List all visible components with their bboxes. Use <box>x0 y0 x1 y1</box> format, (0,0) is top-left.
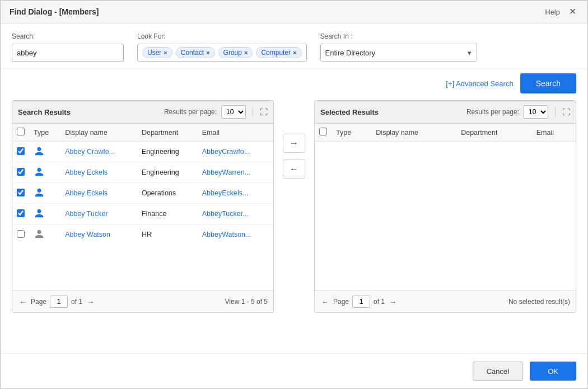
table-row: Abbey EckelsEngineeringAbbeyWarren... <box>12 162 273 183</box>
col-display-name-sel: Display name <box>371 124 456 142</box>
email-link[interactable]: AbbeyWarren... <box>202 168 250 176</box>
selected-results-header-row: Type Display name Department Email <box>315 124 576 142</box>
email-link[interactable]: AbbeyEckels... <box>202 189 249 197</box>
page-of-label: of 1 <box>71 298 82 306</box>
advanced-search-link[interactable]: [+] Advanced Search <box>446 79 513 88</box>
display-name-link[interactable]: Abbey Eckels <box>65 189 108 197</box>
row-checkbox[interactable] <box>17 209 25 217</box>
transfer-back-button[interactable]: ← <box>283 160 305 179</box>
selected-results-header-right: Results per page: 10 20 50 ⛶ <box>466 105 570 119</box>
selected-results-per-page-label: Results per page: <box>466 108 519 116</box>
transfer-buttons: → ← <box>283 100 305 179</box>
search-group: Search: <box>12 32 124 62</box>
sel-page-label: Page <box>333 298 349 306</box>
user-type-icon <box>34 146 45 157</box>
page-input[interactable] <box>50 296 68 308</box>
expand-icon2[interactable]: ⛶ <box>562 107 570 116</box>
prev-page-button[interactable]: ← <box>18 297 27 307</box>
page-label: Page <box>31 298 46 306</box>
table-row: Abbey Crawfo...EngineeringAbbeyCrawfo... <box>12 142 273 162</box>
tag-computer-label: Computer <box>261 49 291 57</box>
expand-icon[interactable]: ⛶ <box>260 107 268 116</box>
sel-page-input[interactable] <box>352 296 370 308</box>
tag-group[interactable]: Group × <box>218 47 253 58</box>
display-name-link[interactable]: Abbey Tucker <box>65 210 108 218</box>
sel-prev-page-button[interactable]: ← <box>320 297 330 307</box>
col-display-name: Display name <box>60 124 137 142</box>
action-bar: [+] Advanced Search Search <box>1 69 587 100</box>
sel-next-page-button[interactable]: → <box>388 297 398 307</box>
selected-results-per-page-select[interactable]: 10 20 50 <box>524 105 548 119</box>
tag-user-label: User <box>147 49 161 57</box>
tag-contact-label: Contact <box>181 49 204 57</box>
search-results-title: Search Results <box>18 108 71 116</box>
main-area: Search Results Results per page: 10 20 5… <box>1 100 587 353</box>
email-link[interactable]: AbbeyTucker... <box>202 210 249 218</box>
title-bar-actions: Help ✕ <box>545 6 578 17</box>
results-per-page-label: Results per page: <box>164 108 217 116</box>
selected-results-pagination: ← Page of 1 → <box>320 296 398 308</box>
dialog-title: Find Dialog - [Members] <box>10 7 99 16</box>
search-label: Search: <box>12 32 124 40</box>
tag-contact[interactable]: Contact × <box>176 47 215 58</box>
find-dialog: Find Dialog - [Members] Help ✕ Search: L… <box>0 0 588 389</box>
no-selected-results-label: No selected result(s) <box>508 298 570 306</box>
col-email: Email <box>198 124 273 142</box>
title-bar: Find Dialog - [Members] Help ✕ <box>1 1 587 24</box>
selected-results-footer: ← Page of 1 → No selected result(s) <box>315 290 576 312</box>
tag-group-label: Group <box>223 49 242 57</box>
select-all-selected-checkbox[interactable] <box>319 128 327 135</box>
search-results-per-page-select[interactable]: 10 20 50 <box>221 105 246 119</box>
user-type-icon <box>34 166 45 177</box>
search-button[interactable]: Search <box>520 73 576 93</box>
selected-results-panel: Selected Results Results per page: 10 20… <box>314 100 576 313</box>
selected-results-table: Type Display name Department Email <box>315 124 576 142</box>
tag-computer[interactable]: Computer × <box>256 47 301 58</box>
email-link[interactable]: AbbeyWatson... <box>202 231 251 238</box>
search-results-pagination: ← Page of 1 → <box>18 296 95 308</box>
search-bar: Search: Look For: User × Contact × Group… <box>1 24 587 69</box>
row-checkbox[interactable] <box>17 168 25 176</box>
search-results-table: Type Display name Department Email Abbey… <box>12 124 273 245</box>
select-all-checkbox[interactable] <box>17 128 25 135</box>
col-checkbox-sel <box>315 124 332 142</box>
table-row: Abbey WatsonHRAbbeyWatson... <box>12 224 273 245</box>
next-page-button[interactable]: → <box>86 297 95 307</box>
tag-user[interactable]: User × <box>142 47 172 58</box>
user-type-icon <box>34 228 45 240</box>
row-checkbox[interactable] <box>17 230 25 238</box>
sel-page-of-label: of 1 <box>374 298 385 306</box>
results-view-label: View 1 - 5 of 5 <box>225 298 268 306</box>
ok-button[interactable]: OK <box>530 362 576 381</box>
row-checkbox[interactable] <box>17 147 25 155</box>
email-link[interactable]: AbbeyCrawfo... <box>202 148 250 156</box>
table-row: Abbey TuckerFinanceAbbeyTucker... <box>12 204 273 224</box>
divider <box>253 107 253 117</box>
col-department-sel: Department <box>456 124 532 142</box>
help-link[interactable]: Help <box>545 8 560 16</box>
selected-results-header: Selected Results Results per page: 10 20… <box>315 101 576 124</box>
search-results-panel: Search Results Results per page: 10 20 5… <box>12 100 274 313</box>
tag-computer-remove[interactable]: × <box>293 49 296 56</box>
tag-contact-remove[interactable]: × <box>206 49 209 56</box>
display-name-link[interactable]: Abbey Crawfo... <box>65 148 115 156</box>
col-department: Department <box>137 124 198 142</box>
tag-group-remove[interactable]: × <box>244 49 248 56</box>
tag-user-remove[interactable]: × <box>164 49 167 56</box>
department-cell: Operations <box>137 183 198 204</box>
display-name-link[interactable]: Abbey Eckels <box>65 168 108 176</box>
search-in-group: Search In : Entire Directory <box>320 32 577 62</box>
close-button[interactable]: ✕ <box>567 6 578 17</box>
search-in-select[interactable]: Entire Directory <box>320 44 477 62</box>
search-results-header-right: Results per page: 10 20 50 ⛶ <box>164 105 268 119</box>
department-cell: Finance <box>137 204 198 224</box>
cancel-button[interactable]: Cancel <box>473 362 523 381</box>
department-cell: Engineering <box>137 162 198 183</box>
search-results-footer: ← Page of 1 → View 1 - 5 of 5 <box>12 290 273 312</box>
dialog-footer: Cancel OK <box>1 353 587 388</box>
display-name-link[interactable]: Abbey Watson <box>65 231 110 238</box>
search-input[interactable] <box>12 44 124 62</box>
table-row: Abbey EckelsOperationsAbbeyEckels... <box>12 183 273 204</box>
row-checkbox[interactable] <box>17 189 25 196</box>
transfer-forward-button[interactable]: → <box>283 134 305 153</box>
